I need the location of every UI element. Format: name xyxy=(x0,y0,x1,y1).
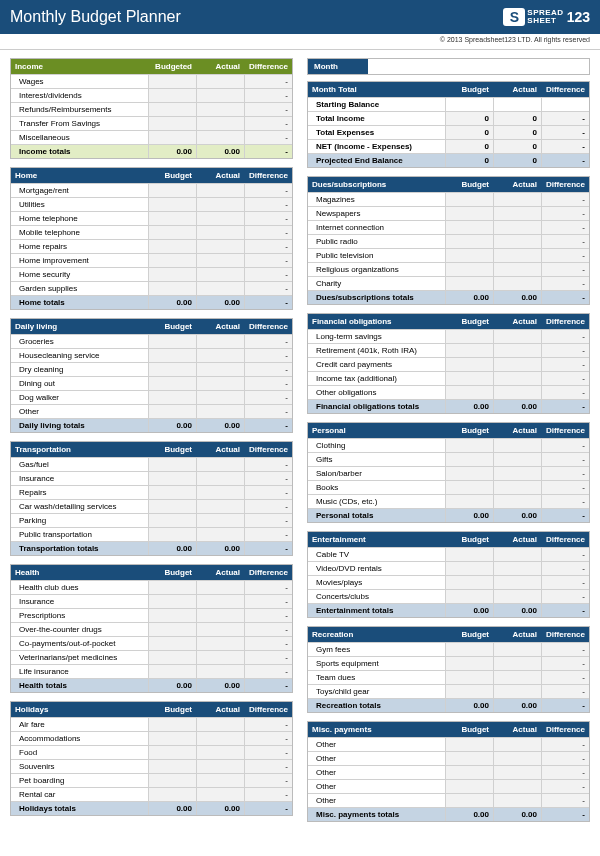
cell-budget[interactable] xyxy=(445,221,493,234)
cell-budget[interactable] xyxy=(445,358,493,371)
cell-budget[interactable] xyxy=(148,595,196,608)
cell-actual[interactable] xyxy=(493,467,541,480)
cell-actual[interactable] xyxy=(493,643,541,656)
cell-budget[interactable] xyxy=(148,282,196,295)
cell-budget[interactable] xyxy=(148,609,196,622)
cell-actual[interactable] xyxy=(196,609,244,622)
cell-actual[interactable] xyxy=(493,330,541,343)
cell-budget[interactable] xyxy=(445,643,493,656)
cell-budget[interactable] xyxy=(148,774,196,787)
cell-actual[interactable] xyxy=(493,671,541,684)
cell-budget[interactable] xyxy=(148,335,196,348)
cell-budget[interactable] xyxy=(148,788,196,801)
cell-budget[interactable] xyxy=(148,528,196,541)
cell-actual[interactable] xyxy=(493,221,541,234)
cell-actual[interactable] xyxy=(493,738,541,751)
cell-budget[interactable] xyxy=(148,746,196,759)
cell-budget[interactable] xyxy=(148,349,196,362)
cell-budget[interactable] xyxy=(445,277,493,290)
cell-actual[interactable] xyxy=(196,75,244,88)
cell-budget[interactable] xyxy=(445,657,493,670)
cell-actual[interactable] xyxy=(493,752,541,765)
cell-budget[interactable] xyxy=(445,207,493,220)
cell-budget[interactable] xyxy=(445,344,493,357)
cell-actual[interactable] xyxy=(196,268,244,281)
cell-actual[interactable] xyxy=(493,193,541,206)
cell-actual[interactable] xyxy=(196,788,244,801)
cell-actual[interactable] xyxy=(196,651,244,664)
cell-actual[interactable] xyxy=(493,453,541,466)
cell-actual[interactable] xyxy=(493,657,541,670)
cell-actual[interactable] xyxy=(196,472,244,485)
cell-actual[interactable] xyxy=(196,774,244,787)
cell-budget[interactable] xyxy=(148,405,196,418)
cell-actual[interactable] xyxy=(493,685,541,698)
cell-budget[interactable] xyxy=(148,458,196,471)
cell-actual[interactable] xyxy=(196,581,244,594)
cell-budget[interactable] xyxy=(148,103,196,116)
cell-actual[interactable] xyxy=(493,235,541,248)
cell-budget[interactable] xyxy=(148,240,196,253)
cell-budget[interactable] xyxy=(445,467,493,480)
cell-budget[interactable] xyxy=(148,500,196,513)
cell-actual[interactable] xyxy=(493,590,541,603)
cell-budget[interactable] xyxy=(445,671,493,684)
cell-budget[interactable] xyxy=(148,117,196,130)
cell-budget[interactable] xyxy=(148,75,196,88)
cell-budget[interactable] xyxy=(445,794,493,807)
cell-actual[interactable] xyxy=(196,637,244,650)
cell-actual[interactable] xyxy=(493,386,541,399)
cell-actual[interactable] xyxy=(196,240,244,253)
cell-budget[interactable] xyxy=(148,665,196,678)
cell-budget[interactable] xyxy=(148,637,196,650)
cell-budget[interactable] xyxy=(148,514,196,527)
cell-actual[interactable] xyxy=(196,514,244,527)
cell-actual[interactable] xyxy=(196,103,244,116)
cell-budget[interactable] xyxy=(445,590,493,603)
cell-budget[interactable] xyxy=(148,89,196,102)
cell-actual[interactable] xyxy=(493,372,541,385)
cell-actual[interactable] xyxy=(196,363,244,376)
cell-budget[interactable] xyxy=(445,372,493,385)
cell-budget[interactable] xyxy=(148,581,196,594)
cell-budget[interactable] xyxy=(445,193,493,206)
cell-budget[interactable] xyxy=(445,386,493,399)
cell-actual[interactable] xyxy=(493,481,541,494)
cell-budget[interactable] xyxy=(148,198,196,211)
cell-actual[interactable] xyxy=(196,665,244,678)
cell-budget[interactable] xyxy=(148,212,196,225)
cell-actual[interactable] xyxy=(493,548,541,561)
cell-budget[interactable] xyxy=(445,738,493,751)
cell-actual[interactable] xyxy=(196,391,244,404)
cell-actual[interactable] xyxy=(196,226,244,239)
cell-budget[interactable] xyxy=(148,718,196,731)
cell-budget[interactable] xyxy=(445,495,493,508)
cell-budget[interactable] xyxy=(445,453,493,466)
cell-budget[interactable] xyxy=(148,363,196,376)
cell-actual[interactable] xyxy=(493,358,541,371)
cell-budget[interactable] xyxy=(148,472,196,485)
cell-actual[interactable] xyxy=(493,576,541,589)
cell-actual[interactable] xyxy=(196,528,244,541)
cell-actual[interactable] xyxy=(493,263,541,276)
cell-budget[interactable] xyxy=(148,184,196,197)
cell-actual[interactable] xyxy=(196,377,244,390)
cell-budget[interactable] xyxy=(445,235,493,248)
cell-actual[interactable] xyxy=(493,794,541,807)
cell-actual[interactable] xyxy=(196,254,244,267)
cell-budget[interactable] xyxy=(148,651,196,664)
cell-actual[interactable] xyxy=(493,562,541,575)
cell-actual[interactable] xyxy=(196,212,244,225)
cell-budget[interactable] xyxy=(445,685,493,698)
cell-budget[interactable] xyxy=(445,576,493,589)
cell-budget[interactable] xyxy=(445,548,493,561)
cell-budget[interactable] xyxy=(445,766,493,779)
cell-budget[interactable] xyxy=(148,131,196,144)
cell-actual[interactable] xyxy=(196,89,244,102)
cell-budget[interactable] xyxy=(148,486,196,499)
cell-actual[interactable] xyxy=(196,117,244,130)
month-input[interactable] xyxy=(368,59,589,74)
cell-actual[interactable] xyxy=(196,486,244,499)
cell-budget[interactable] xyxy=(445,249,493,262)
cell-budget[interactable] xyxy=(148,623,196,636)
